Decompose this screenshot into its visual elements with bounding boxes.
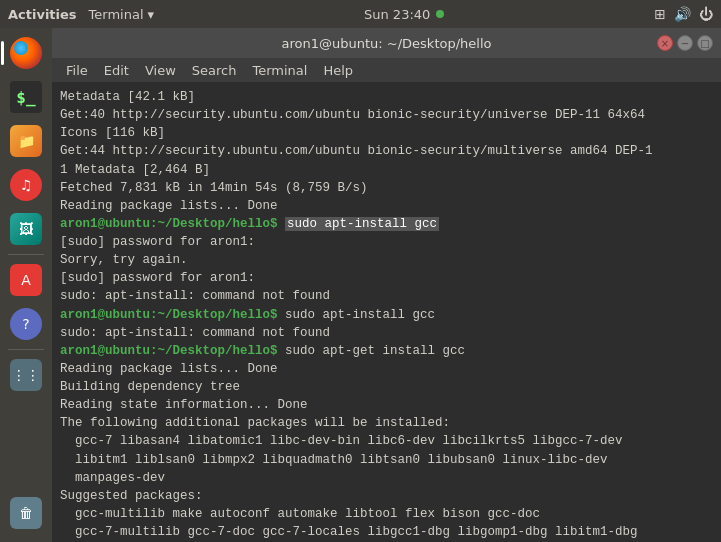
network-indicator: [436, 10, 444, 18]
maximize-button[interactable]: □: [697, 35, 713, 51]
line-fetched: Fetched 7,831 kB in 14min 54s (8,759 B/s…: [60, 179, 713, 197]
menu-view[interactable]: View: [139, 61, 182, 80]
power-icon[interactable]: ⏻: [699, 6, 713, 22]
dock-item-terminal[interactable]: $_: [5, 76, 47, 118]
line-sugg1: gcc-multilib make autoconf automake libt…: [60, 505, 713, 523]
grid-icon: ⋮⋮: [10, 359, 42, 391]
menu-search[interactable]: Search: [186, 61, 243, 80]
dock-item-rhythmbox[interactable]: ♫: [5, 164, 47, 206]
terminal-menu-chevron: ▾: [148, 7, 155, 22]
line-prompt1: aron1@ubuntu:~/Desktop/hello$ sudo apt-i…: [60, 215, 713, 233]
minimize-button[interactable]: −: [677, 35, 693, 51]
dock: $_ 📁 ♫ 🖼 A ? ⋮⋮ 🗑: [0, 28, 52, 542]
prompt-1: aron1@ubuntu:~/Desktop/hello$: [60, 217, 278, 231]
close-button[interactable]: ×: [657, 35, 673, 51]
prompt-3: aron1@ubuntu:~/Desktop/hello$: [60, 344, 278, 358]
terminal-title: aron1@ubuntu: ~/Desktop/hello: [116, 36, 657, 51]
dock-divider-2: [8, 349, 44, 350]
trash-icon: 🗑: [10, 497, 42, 529]
datetime-label: Sun 23:40: [364, 7, 430, 22]
dock-item-help[interactable]: ?: [5, 303, 47, 345]
line-pkgs3: manpages-dev: [60, 469, 713, 487]
line-building: Building dependency tree: [60, 378, 713, 396]
line-following-add: The following additional packages will b…: [60, 414, 713, 432]
firefox-icon: [10, 37, 42, 69]
line-sorry: Sorry, try again.: [60, 251, 713, 269]
line-prompt3: aron1@ubuntu:~/Desktop/hello$ sudo apt-g…: [60, 342, 713, 360]
cmd-1: sudo apt-install gcc: [285, 217, 439, 231]
activities-button[interactable]: Activities: [8, 7, 77, 22]
terminal-content[interactable]: Metadata [42.1 kB] Get:40 http://securit…: [52, 82, 721, 542]
line-reading2: Reading package lists... Done: [60, 360, 713, 378]
line-get44: Get:44 http://security.ubuntu.com/ubuntu…: [60, 142, 713, 160]
line-notfound1: sudo: apt-install: command not found: [60, 287, 713, 305]
dock-item-grid[interactable]: ⋮⋮: [5, 354, 47, 396]
line-pkgs2: libitm1 liblsan0 libmpx2 libquadmath0 li…: [60, 451, 713, 469]
terminal-menu-label: Terminal: [89, 7, 144, 22]
terminal-app-icon: $_: [10, 81, 42, 113]
prompt-2: aron1@ubuntu:~/Desktop/hello$: [60, 308, 278, 322]
help-icon: ?: [10, 308, 42, 340]
line-sudo1: [sudo] password for aron1:: [60, 233, 713, 251]
menu-edit[interactable]: Edit: [98, 61, 135, 80]
system-bar-left: Activities Terminal ▾: [8, 7, 154, 22]
system-bar-center: Sun 23:40: [364, 7, 444, 22]
system-bar: Activities Terminal ▾ Sun 23:40 ⊞ 🔊 ⏻: [0, 0, 721, 28]
volume-icon[interactable]: 🔊: [674, 6, 691, 22]
dock-item-image-viewer[interactable]: 🖼: [5, 208, 47, 250]
dock-item-trash[interactable]: 🗑: [5, 492, 47, 534]
rhythmbox-icon: ♫: [10, 169, 42, 201]
menu-file[interactable]: File: [60, 61, 94, 80]
menu-help[interactable]: Help: [317, 61, 359, 80]
network-icon[interactable]: ⊞: [654, 6, 666, 22]
image-viewer-icon: 🖼: [10, 213, 42, 245]
files-icon: 📁: [10, 125, 42, 157]
line-icons: Icons [116 kB]: [60, 124, 713, 142]
dock-item-firefox[interactable]: [5, 32, 47, 74]
terminal-menu[interactable]: Terminal ▾: [89, 7, 154, 22]
line-suggested: Suggested packages:: [60, 487, 713, 505]
line-notfound2: sudo: apt-install: command not found: [60, 324, 713, 342]
terminal-titlebar: aron1@ubuntu: ~/Desktop/hello × − □: [52, 28, 721, 58]
line-reading1: Reading package lists... Done: [60, 197, 713, 215]
line-metadata2: 1 Metadata [2,464 B]: [60, 161, 713, 179]
line-prompt2: aron1@ubuntu:~/Desktop/hello$ sudo apt-i…: [60, 306, 713, 324]
line-reading3: Reading state information... Done: [60, 396, 713, 414]
dock-divider-1: [8, 254, 44, 255]
dock-item-fonts[interactable]: A: [5, 259, 47, 301]
dock-item-files[interactable]: 📁: [5, 120, 47, 162]
window-controls: × − □: [657, 35, 713, 51]
line-sugg2: gcc-7-multilib gcc-7-doc gcc-7-locales l…: [60, 523, 713, 541]
line-sudo2: [sudo] password for aron1:: [60, 269, 713, 287]
line-pkgs1: gcc-7 libasan4 libatomic1 libc-dev-bin l…: [60, 432, 713, 450]
menu-terminal[interactable]: Terminal: [246, 61, 313, 80]
fonts-icon: A: [10, 264, 42, 296]
terminal-window: aron1@ubuntu: ~/Desktop/hello × − □ File…: [52, 28, 721, 542]
line-metadata: Metadata [42.1 kB]: [60, 88, 713, 106]
terminal-menubar: File Edit View Search Terminal Help: [52, 58, 721, 82]
line-get40: Get:40 http://security.ubuntu.com/ubuntu…: [60, 106, 713, 124]
system-bar-right: ⊞ 🔊 ⏻: [654, 6, 713, 22]
